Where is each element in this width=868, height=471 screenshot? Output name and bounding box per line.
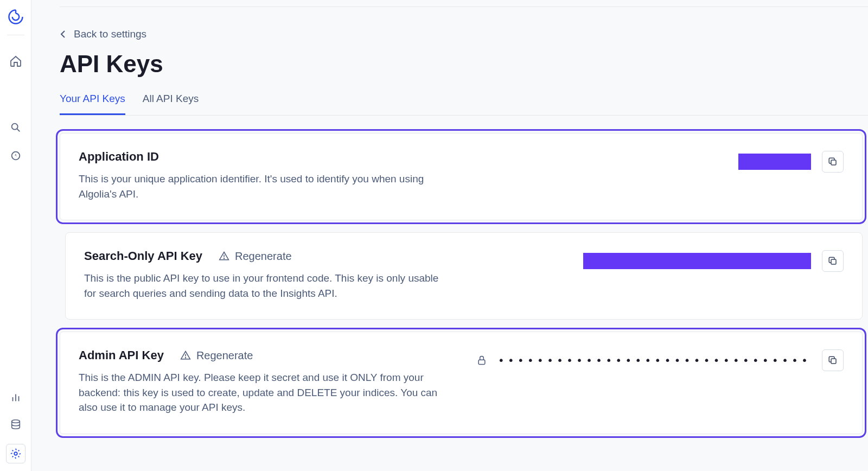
svg-rect-12 [831, 259, 836, 264]
analytics-icon[interactable] [8, 390, 23, 405]
card-title: Application ID [79, 150, 159, 164]
card-title: Search-Only API Key [84, 249, 202, 263]
tab-your-api-keys[interactable]: Your API Keys [60, 93, 125, 115]
copy-icon [828, 256, 838, 266]
copy-button[interactable] [822, 151, 844, 173]
sidebar [0, 0, 31, 471]
tab-all-api-keys[interactable]: All API Keys [143, 93, 199, 115]
card-description: This is your unique application identifi… [79, 171, 448, 201]
regenerate-button[interactable]: Regenerate [180, 349, 253, 362]
settings-icon[interactable] [6, 444, 25, 463]
page-title: API Keys [60, 50, 868, 78]
lock-icon [476, 354, 487, 366]
regenerate-label: Regenerate [196, 349, 253, 362]
svg-rect-9 [831, 160, 836, 165]
top-divider [60, 7, 868, 7]
card-admin-key: Admin API Key Regenerate This is the ADM… [60, 332, 863, 434]
recommend-icon[interactable] [8, 148, 23, 163]
search-icon[interactable] [8, 120, 23, 135]
copy-button[interactable] [822, 250, 844, 272]
svg-point-8 [14, 452, 17, 455]
main-content: Back to settings API Keys Your API Keys … [31, 0, 868, 471]
home-icon[interactable] [8, 54, 23, 69]
regenerate-label: Regenerate [235, 250, 292, 263]
card-description: This is the public API key to use in you… [84, 271, 453, 301]
value-redacted [738, 154, 811, 170]
card-description: This is the ADMIN API key. Please keep i… [79, 370, 448, 415]
tabs: Your API Keys All API Keys [60, 93, 868, 116]
card-search-only-key: Search-Only API Key Regenerate This is t… [65, 232, 863, 320]
back-label: Back to settings [74, 28, 146, 40]
copy-icon [828, 355, 838, 365]
algolia-logo[interactable] [8, 9, 24, 25]
back-to-settings-link[interactable]: Back to settings [60, 28, 146, 40]
card-application-id: Application ID This is your unique appli… [60, 133, 863, 220]
warning-icon [180, 350, 191, 361]
masked-value: •••••••••••••••••••••••••••••••• [498, 354, 811, 367]
sidebar-divider [7, 35, 24, 35]
database-icon[interactable] [8, 417, 23, 432]
card-title: Admin API Key [79, 348, 164, 362]
warning-icon [219, 251, 229, 262]
svg-point-14 [185, 358, 186, 358]
copy-icon [828, 157, 838, 167]
regenerate-button[interactable]: Regenerate [219, 250, 292, 263]
svg-rect-15 [478, 360, 485, 364]
svg-rect-16 [831, 359, 836, 364]
svg-point-11 [224, 258, 225, 259]
api-key-cards: Application ID This is your unique appli… [60, 133, 868, 434]
copy-button[interactable] [822, 349, 844, 371]
svg-line-2 [17, 129, 20, 132]
value-redacted [583, 253, 811, 269]
svg-point-1 [11, 124, 17, 130]
svg-point-3 [11, 152, 20, 160]
svg-point-7 [11, 420, 20, 423]
chevron-left-icon [60, 30, 66, 39]
